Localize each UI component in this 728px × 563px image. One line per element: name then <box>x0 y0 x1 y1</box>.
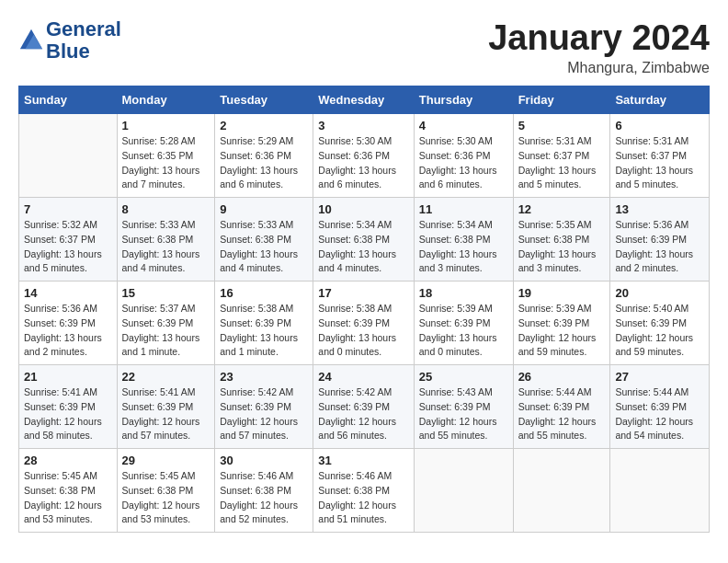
calendar-cell: 24Sunrise: 5:42 AMSunset: 6:39 PMDayligh… <box>313 365 414 449</box>
day-number: 23 <box>220 370 308 384</box>
day-info: Sunrise: 5:31 AMSunset: 6:37 PMDaylight:… <box>615 134 704 192</box>
day-info: Sunrise: 5:42 AMSunset: 6:39 PMDaylight:… <box>220 385 308 443</box>
weekday-header-thursday: Thursday <box>414 86 513 114</box>
calendar-cell: 25Sunrise: 5:43 AMSunset: 6:39 PMDayligh… <box>414 365 513 449</box>
calendar-week-5: 28Sunrise: 5:45 AMSunset: 6:38 PMDayligh… <box>19 449 710 533</box>
day-number: 15 <box>122 286 210 300</box>
day-number: 12 <box>518 202 606 216</box>
calendar-cell: 4Sunrise: 5:30 AMSunset: 6:36 PMDaylight… <box>414 114 513 198</box>
day-info: Sunrise: 5:39 AMSunset: 6:39 PMDaylight:… <box>518 302 606 360</box>
day-info: Sunrise: 5:35 AMSunset: 6:38 PMDaylight:… <box>518 218 606 276</box>
title-block: January 2024 Mhangura, Zimbabwe <box>488 18 710 76</box>
day-info: Sunrise: 5:45 AMSunset: 6:38 PMDaylight:… <box>24 469 112 527</box>
month-title: January 2024 <box>488 18 710 58</box>
day-number: 8 <box>122 202 210 216</box>
calendar-cell: 30Sunrise: 5:46 AMSunset: 6:38 PMDayligh… <box>215 449 313 533</box>
day-info: Sunrise: 5:37 AMSunset: 6:39 PMDaylight:… <box>122 302 210 360</box>
weekday-header-wednesday: Wednesday <box>313 86 414 114</box>
day-number: 18 <box>419 286 508 300</box>
day-info: Sunrise: 5:44 AMSunset: 6:39 PMDaylight:… <box>615 385 704 443</box>
calendar-cell: 20Sunrise: 5:40 AMSunset: 6:39 PMDayligh… <box>610 282 710 365</box>
calendar-cell <box>513 449 610 533</box>
day-info: Sunrise: 5:39 AMSunset: 6:39 PMDaylight:… <box>419 302 508 360</box>
day-info: Sunrise: 5:29 AMSunset: 6:36 PMDaylight:… <box>220 134 308 192</box>
day-info: Sunrise: 5:44 AMSunset: 6:39 PMDaylight:… <box>518 385 606 443</box>
calendar-cell: 26Sunrise: 5:44 AMSunset: 6:39 PMDayligh… <box>513 365 610 449</box>
calendar-cell: 28Sunrise: 5:45 AMSunset: 6:38 PMDayligh… <box>19 449 118 533</box>
day-number: 17 <box>318 286 408 300</box>
day-number: 7 <box>24 202 112 216</box>
day-number: 28 <box>24 454 112 467</box>
day-number: 29 <box>122 454 210 467</box>
day-number: 13 <box>615 202 704 216</box>
day-number: 27 <box>615 370 704 384</box>
calendar-cell: 21Sunrise: 5:41 AMSunset: 6:39 PMDayligh… <box>19 365 118 449</box>
calendar-cell: 18Sunrise: 5:39 AMSunset: 6:39 PMDayligh… <box>414 282 513 365</box>
calendar-cell: 27Sunrise: 5:44 AMSunset: 6:39 PMDayligh… <box>610 365 710 449</box>
logo: General Blue <box>18 18 121 63</box>
calendar-week-1: 1Sunrise: 5:28 AMSunset: 6:35 PMDaylight… <box>19 114 710 198</box>
calendar-cell: 14Sunrise: 5:36 AMSunset: 6:39 PMDayligh… <box>19 282 118 365</box>
calendar-cell: 11Sunrise: 5:34 AMSunset: 6:38 PMDayligh… <box>414 198 513 282</box>
day-info: Sunrise: 5:46 AMSunset: 6:38 PMDaylight:… <box>318 469 408 527</box>
day-number: 10 <box>318 202 408 216</box>
day-info: Sunrise: 5:43 AMSunset: 6:39 PMDaylight:… <box>419 385 508 443</box>
day-info: Sunrise: 5:34 AMSunset: 6:38 PMDaylight:… <box>419 218 508 276</box>
calendar-cell: 6Sunrise: 5:31 AMSunset: 6:37 PMDaylight… <box>610 114 710 198</box>
calendar-cell: 15Sunrise: 5:37 AMSunset: 6:39 PMDayligh… <box>117 282 215 365</box>
weekday-header-saturday: Saturday <box>610 86 710 114</box>
day-number: 11 <box>419 202 508 216</box>
weekday-header-monday: Monday <box>117 86 215 114</box>
day-info: Sunrise: 5:36 AMSunset: 6:39 PMDaylight:… <box>615 218 704 276</box>
calendar-cell: 5Sunrise: 5:31 AMSunset: 6:37 PMDaylight… <box>513 114 610 198</box>
day-info: Sunrise: 5:30 AMSunset: 6:36 PMDaylight:… <box>419 134 508 192</box>
logo-text: General Blue <box>46 18 121 63</box>
calendar-cell: 31Sunrise: 5:46 AMSunset: 6:38 PMDayligh… <box>313 449 414 533</box>
day-info: Sunrise: 5:38 AMSunset: 6:39 PMDaylight:… <box>318 302 408 360</box>
calendar-cell <box>414 449 513 533</box>
calendar-week-2: 7Sunrise: 5:32 AMSunset: 6:37 PMDaylight… <box>19 198 710 282</box>
calendar-cell: 16Sunrise: 5:38 AMSunset: 6:39 PMDayligh… <box>215 282 313 365</box>
day-info: Sunrise: 5:36 AMSunset: 6:39 PMDaylight:… <box>24 302 112 360</box>
day-number: 22 <box>122 370 210 384</box>
day-number: 20 <box>615 286 704 300</box>
calendar-cell: 29Sunrise: 5:45 AMSunset: 6:38 PMDayligh… <box>117 449 215 533</box>
weekday-header-friday: Friday <box>513 86 610 114</box>
day-info: Sunrise: 5:31 AMSunset: 6:37 PMDaylight:… <box>518 134 606 192</box>
day-number: 16 <box>220 286 308 300</box>
calendar-cell: 1Sunrise: 5:28 AMSunset: 6:35 PMDaylight… <box>117 114 215 198</box>
day-info: Sunrise: 5:40 AMSunset: 6:39 PMDaylight:… <box>615 302 704 360</box>
calendar-cell: 2Sunrise: 5:29 AMSunset: 6:36 PMDaylight… <box>215 114 313 198</box>
day-number: 3 <box>318 119 408 132</box>
calendar-week-4: 21Sunrise: 5:41 AMSunset: 6:39 PMDayligh… <box>19 365 710 449</box>
day-info: Sunrise: 5:45 AMSunset: 6:38 PMDaylight:… <box>122 469 210 527</box>
calendar-cell <box>19 114 118 198</box>
calendar-cell: 17Sunrise: 5:38 AMSunset: 6:39 PMDayligh… <box>313 282 414 365</box>
calendar-cell: 12Sunrise: 5:35 AMSunset: 6:38 PMDayligh… <box>513 198 610 282</box>
day-info: Sunrise: 5:32 AMSunset: 6:37 PMDaylight:… <box>24 218 112 276</box>
day-number: 6 <box>615 119 704 132</box>
page-header: General Blue January 2024 Mhangura, Zimb… <box>18 18 710 76</box>
day-info: Sunrise: 5:33 AMSunset: 6:38 PMDaylight:… <box>220 218 308 276</box>
day-number: 14 <box>24 286 112 300</box>
weekday-header-sunday: Sunday <box>19 86 118 114</box>
calendar-table: SundayMondayTuesdayWednesdayThursdayFrid… <box>18 86 710 533</box>
calendar-cell: 8Sunrise: 5:33 AMSunset: 6:38 PMDaylight… <box>117 198 215 282</box>
calendar-cell: 9Sunrise: 5:33 AMSunset: 6:38 PMDaylight… <box>215 198 313 282</box>
day-info: Sunrise: 5:30 AMSunset: 6:36 PMDaylight:… <box>318 134 408 192</box>
calendar-cell: 23Sunrise: 5:42 AMSunset: 6:39 PMDayligh… <box>215 365 313 449</box>
day-info: Sunrise: 5:34 AMSunset: 6:38 PMDaylight:… <box>318 218 408 276</box>
calendar-cell: 22Sunrise: 5:41 AMSunset: 6:39 PMDayligh… <box>117 365 215 449</box>
day-number: 26 <box>518 370 606 384</box>
day-number: 9 <box>220 202 308 216</box>
calendar-cell: 3Sunrise: 5:30 AMSunset: 6:36 PMDaylight… <box>313 114 414 198</box>
calendar-cell: 7Sunrise: 5:32 AMSunset: 6:37 PMDaylight… <box>19 198 118 282</box>
day-number: 24 <box>318 370 408 384</box>
day-number: 2 <box>220 119 308 132</box>
day-number: 19 <box>518 286 606 300</box>
weekday-header-tuesday: Tuesday <box>215 86 313 114</box>
day-info: Sunrise: 5:33 AMSunset: 6:38 PMDaylight:… <box>122 218 210 276</box>
location: Mhangura, Zimbabwe <box>488 60 710 76</box>
day-number: 4 <box>419 119 508 132</box>
day-info: Sunrise: 5:38 AMSunset: 6:39 PMDaylight:… <box>220 302 308 360</box>
